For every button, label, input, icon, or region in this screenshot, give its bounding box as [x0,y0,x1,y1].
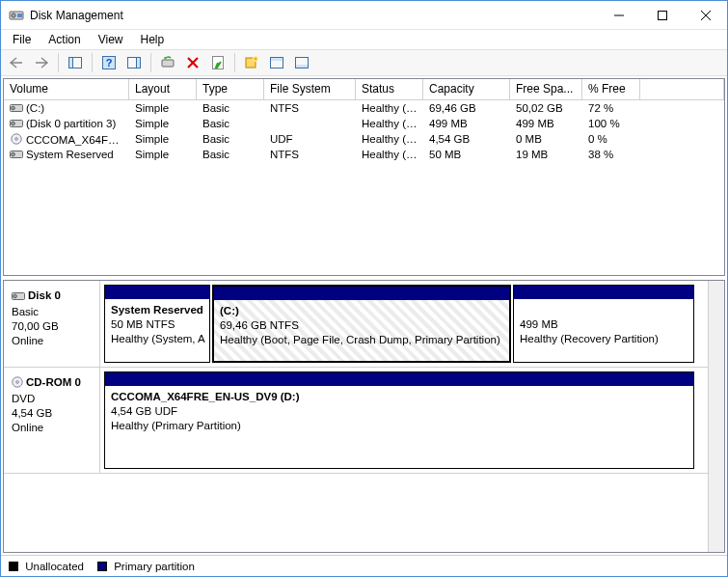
volume-layout: Simple [129,133,197,145]
svg-text:?: ? [106,57,113,69]
col-capacity[interactable]: Capacity [423,79,510,99]
volume-row[interactable]: (Disk 0 partition 3)SimpleBasicHealthy (… [4,116,724,131]
volume-row[interactable]: (C:)SimpleBasicNTFSHealthy (B...69,46 GB… [4,100,724,116]
hdd-icon [12,290,25,305]
toolbar: ? [1,49,727,76]
partition-body: 499 MBHealthy (Recovery Partition) [514,299,693,362]
maximize-button[interactable] [640,1,684,30]
volume-row[interactable]: CCCOMA_X64FRE...SimpleBasicUDFHealthy (P… [4,131,724,147]
col-spacer [640,79,724,99]
disk-type: DVD [12,392,92,406]
svg-rect-4 [658,11,666,19]
volume-free: 0 MB [510,133,582,145]
volume-filesystem: NTFS [264,102,356,114]
col-filesystem[interactable]: File System [264,79,356,99]
svg-point-36 [16,381,19,384]
menu-help[interactable]: Help [133,31,173,48]
legend-unallocated: Unallocated [9,561,84,572]
partition-size: 4,54 GB UDF [111,405,177,417]
delete-button[interactable] [181,52,204,73]
partition-status: Healthy (Primary Partition) [111,420,241,431]
volume-layout: Simple [129,149,197,160]
menu-action[interactable]: Action [40,31,88,48]
volume-capacity: 499 MB [423,118,510,129]
forward-button[interactable] [30,52,53,73]
svg-rect-24 [296,65,308,68]
volume-capacity: 4,54 GB [423,133,510,145]
disk-partitions: CCCOMA_X64FRE_EN-US_DV9 (D:)4,54 GB UDFH… [100,368,708,473]
new-volume-button[interactable] [240,52,263,73]
disk-row: CD-ROM 0DVD4,54 GBOnlineCCCOMA_X64FRE_EN… [4,368,708,474]
col-status[interactable]: Status [356,79,423,99]
disk-label: Disk 0 [28,289,61,301]
partition-body: CCCOMA_X64FRE_EN-US_DV9 (D:)4,54 GB UDFH… [105,386,693,468]
col-layout[interactable]: Layout [129,79,197,99]
svg-rect-9 [69,58,72,68]
menubar: File Action View Help [1,30,727,49]
legend: Unallocated Primary partition [1,555,727,576]
volume-row[interactable]: System ReservedSimpleBasicNTFSHealthy (S… [4,147,724,162]
col-type[interactable]: Type [197,79,264,99]
col-free-space[interactable]: Free Spa... [510,79,582,99]
svg-point-1 [12,13,15,16]
volume-layout: Simple [129,118,197,129]
show-hide-action-pane-button[interactable] [122,52,146,73]
disk-state: Online [12,421,92,435]
volume-name: (Disk 0 partition 3) [26,118,116,129]
col-volume[interactable]: Volume [4,79,129,99]
show-hide-console-tree-button[interactable] [64,52,87,73]
disk-info[interactable]: Disk 0Basic70,00 GBOnline [4,281,100,367]
partition-title: (C:) [220,305,239,316]
partition-bar [105,286,209,299]
help-button[interactable]: ? [97,52,121,73]
legend-primary-label: Primary partition [114,561,195,572]
app-icon [9,8,24,23]
properties-button[interactable] [206,52,229,73]
col-pct-free[interactable]: % Free [582,79,640,99]
cd-icon [12,376,23,392]
settings-top-button[interactable] [265,52,288,73]
partition-bar [105,372,693,386]
svg-rect-15 [162,60,174,67]
svg-rect-2 [17,14,22,17]
back-button[interactable] [5,52,28,73]
scrollbar[interactable] [708,281,724,552]
primary-swatch [97,562,107,571]
volume-list-rows[interactable]: (C:)SimpleBasicNTFSHealthy (B...69,46 GB… [4,100,724,275]
svg-point-26 [12,106,15,110]
volume-name: (C:) [26,102,44,114]
close-button[interactable] [684,1,727,30]
partition[interactable]: System Reserved50 MB NTFSHealthy (System… [104,285,210,363]
partition[interactable]: (C:)69,46 GB NTFSHealthy (Boot, Page Fil… [212,285,511,363]
volume-free: 499 MB [510,118,582,129]
hdd-icon [10,102,23,114]
svg-rect-14 [137,58,140,68]
partition-bar [214,287,509,300]
volume-status: Healthy (S... [356,149,423,160]
disk-info[interactable]: CD-ROM 0DVD4,54 GBOnline [4,368,100,473]
legend-unallocated-label: Unallocated [25,561,84,572]
volume-filesystem: UDF [264,133,356,145]
volume-status: Healthy (R... [356,118,423,129]
partition-size: 50 MB NTFS [111,318,175,330]
svg-rect-22 [271,58,283,61]
partition[interactable]: 499 MBHealthy (Recovery Partition) [513,285,694,363]
minimize-button[interactable] [597,1,640,30]
partition-size: 69,46 GB NTFS [220,319,299,331]
volume-filesystem: NTFS [264,149,356,160]
volume-status: Healthy (P... [356,133,423,145]
partition-status: Healthy (System, A [111,333,205,344]
volume-type: Basic [197,118,264,129]
refresh-button[interactable] [156,52,179,73]
disk-size: 70,00 GB [12,319,92,334]
volume-pctfree: 0 % [582,133,640,145]
svg-point-28 [12,122,15,125]
menu-file[interactable]: File [5,31,39,48]
menu-view[interactable]: View [91,31,131,48]
partition[interactable]: CCCOMA_X64FRE_EN-US_DV9 (D:)4,54 GB UDFH… [104,371,694,469]
hdd-icon [10,118,23,129]
settings-bottom-button[interactable] [290,52,313,73]
volume-type: Basic [197,102,264,114]
svg-point-34 [13,294,17,298]
legend-primary: Primary partition [97,561,195,572]
